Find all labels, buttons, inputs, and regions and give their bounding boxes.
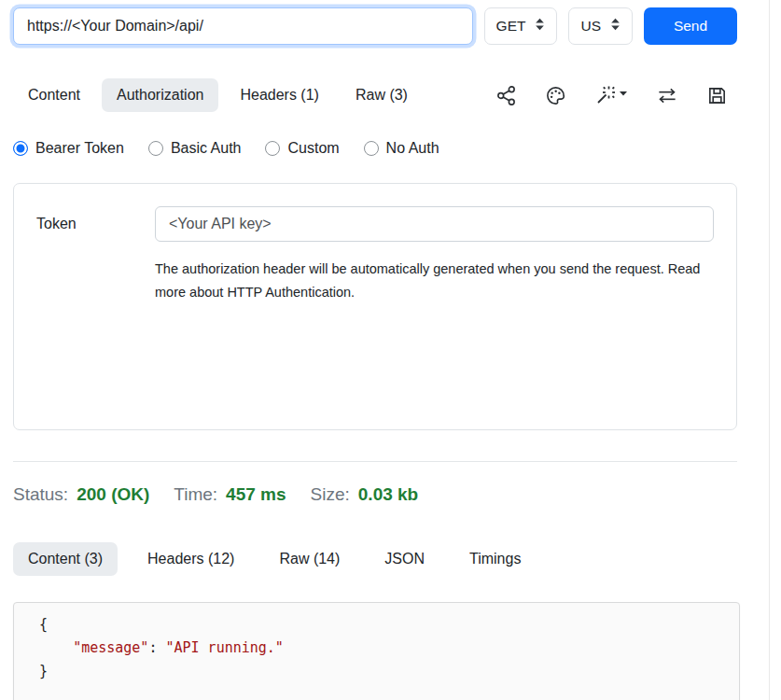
- json-separator: :: [148, 639, 165, 656]
- request-tabs: Content Authorization Headers (1) Raw (3…: [13, 78, 737, 112]
- radio-label: No Auth: [386, 140, 439, 157]
- radio-label: Basic Auth: [171, 140, 242, 157]
- response-body[interactable]: { "message": "API running." }: [13, 602, 740, 700]
- response-summary: Status: 200 (OK) Time: 457 ms Size: 0.03…: [13, 484, 737, 505]
- size-value: 0.03 kb: [358, 484, 418, 505]
- json-value: "API running.": [165, 639, 283, 656]
- resp-tab-headers[interactable]: Headers (12): [132, 542, 249, 576]
- resp-tab-json[interactable]: JSON: [370, 542, 439, 576]
- status-label: Status:: [13, 484, 68, 505]
- url-input[interactable]: [13, 7, 473, 45]
- share-icon[interactable]: [495, 85, 517, 106]
- token-label: Token: [36, 216, 155, 232]
- bearer-token-panel: Token The authorization header will be a…: [13, 183, 737, 430]
- json-key: "message": [73, 639, 148, 656]
- api-client-page: GET US Send: [0, 0, 781, 700]
- up-down-arrows-icon: [610, 18, 621, 35]
- json-close-brace: }: [39, 663, 48, 679]
- resp-tab-timings[interactable]: Timings: [454, 542, 536, 576]
- radio-label: Bearer Token: [35, 140, 124, 157]
- region-select-value: US: [580, 18, 601, 35]
- palette-icon[interactable]: [545, 85, 566, 106]
- radio-unselected-icon: [364, 141, 379, 156]
- method-select-value: GET: [496, 18, 526, 35]
- radio-unselected-icon: [148, 141, 163, 156]
- method-select[interactable]: GET: [484, 7, 558, 45]
- request-bar: GET US Send: [13, 0, 737, 45]
- tab-authorization[interactable]: Authorization: [102, 78, 218, 112]
- size-label: Size:: [311, 484, 350, 505]
- time-value: 457 ms: [226, 484, 286, 505]
- resp-tab-raw[interactable]: Raw (14): [264, 542, 355, 576]
- radio-custom[interactable]: Custom: [265, 140, 339, 157]
- radio-unselected-icon: [265, 141, 280, 156]
- resp-tab-content[interactable]: Content (3): [13, 542, 118, 576]
- radio-selected-icon: [13, 141, 28, 156]
- tab-content[interactable]: Content: [13, 78, 95, 112]
- json-indent: [39, 639, 73, 656]
- response-tabs: Content (3) Headers (12) Raw (14) JSON T…: [13, 542, 737, 576]
- section-divider: [13, 461, 737, 462]
- right-column-divider: [769, 0, 770, 700]
- region-select[interactable]: US: [568, 7, 633, 45]
- save-icon[interactable]: [706, 85, 728, 106]
- time-label: Time:: [174, 484, 217, 505]
- json-response-text: { "message": "API running." }: [39, 613, 739, 683]
- auth-helper-text: The authorization header will be automat…: [155, 258, 704, 304]
- magic-wand-dropdown-icon[interactable]: [594, 85, 628, 106]
- request-toolbar: [495, 85, 737, 106]
- tab-raw[interactable]: Raw (3): [341, 78, 423, 112]
- auth-type-options: Bearer Token Basic Auth Custom No Auth: [13, 140, 737, 157]
- up-down-arrows-icon: [535, 18, 545, 35]
- radio-basic-auth[interactable]: Basic Auth: [148, 140, 242, 157]
- time-pair: Time: 457 ms: [174, 484, 286, 505]
- tab-headers[interactable]: Headers (1): [225, 78, 333, 112]
- token-input[interactable]: [155, 206, 714, 242]
- radio-bearer-token[interactable]: Bearer Token: [13, 140, 124, 157]
- json-open-brace: {: [39, 616, 48, 633]
- radio-label: Custom: [287, 140, 339, 157]
- status-value: 200 (OK): [77, 484, 149, 505]
- size-pair: Size: 0.03 kb: [311, 484, 419, 505]
- send-button[interactable]: Send: [644, 7, 737, 45]
- radio-no-auth[interactable]: No Auth: [364, 140, 439, 157]
- swap-arrows-icon[interactable]: [656, 85, 678, 106]
- status-pair: Status: 200 (OK): [13, 484, 149, 505]
